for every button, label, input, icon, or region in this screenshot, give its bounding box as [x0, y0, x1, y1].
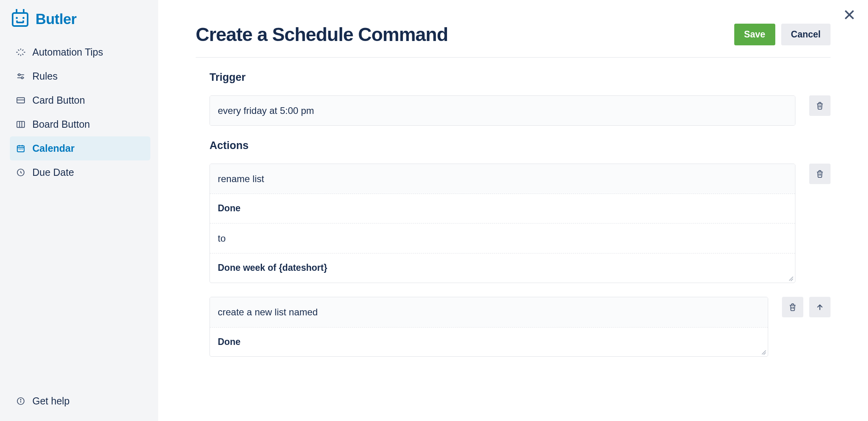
trash-icon: [816, 101, 824, 110]
sidebar-item-board-button[interactable]: Board Button: [10, 112, 150, 136]
delete-trigger-button[interactable]: [809, 95, 831, 116]
action-param: Done week of {dateshort}: [210, 253, 795, 283]
trash-icon: [816, 170, 824, 178]
close-icon: ✕: [843, 6, 856, 24]
trigger-row: every friday at 5:00 pm: [196, 95, 831, 126]
trigger-text: every friday at 5:00 pm: [210, 96, 795, 125]
sidebar-nav: Automation Tips Rules Card Button Board …: [10, 40, 150, 389]
sliders-icon: [16, 72, 25, 81]
action-text: rename list: [210, 164, 795, 194]
sparkle-icon: [16, 48, 25, 57]
action-param: Done: [210, 327, 768, 357]
trigger-card[interactable]: every friday at 5:00 pm: [210, 95, 795, 126]
move-action-up-button[interactable]: [809, 297, 831, 317]
close-button[interactable]: ✕: [843, 7, 856, 23]
resize-handle-icon[interactable]: [760, 349, 766, 354]
page-header: Create a Schedule Command Save Cancel: [196, 24, 831, 58]
board-icon: [16, 120, 25, 129]
action-row: create a new list named Done: [196, 297, 831, 357]
brand: Butler: [10, 11, 150, 28]
action-word: to: [210, 223, 795, 253]
delete-action-button[interactable]: [809, 164, 831, 184]
info-icon: [16, 397, 25, 406]
card-icon: [16, 96, 25, 105]
arrow-up-icon: [816, 303, 824, 311]
action-side-buttons: [809, 164, 831, 184]
action-card[interactable]: rename list Done to Done week of {datesh…: [210, 164, 795, 283]
save-button[interactable]: Save: [734, 24, 775, 45]
svg-point-19: [20, 399, 21, 400]
sidebar-item-due-date[interactable]: Due Date: [10, 160, 150, 184]
action-row: rename list Done to Done week of {datesh…: [196, 164, 831, 283]
trigger-side-buttons: [809, 95, 831, 116]
sidebar-item-rules[interactable]: Rules: [10, 64, 150, 88]
action-side-buttons: [782, 297, 831, 317]
sidebar-item-calendar[interactable]: Calendar: [10, 136, 150, 160]
svg-rect-6: [17, 121, 24, 127]
get-help-link[interactable]: Get help: [10, 389, 150, 413]
sidebar: Butler Automation Tips Rules Card Button…: [0, 0, 158, 421]
header-actions: Save Cancel: [734, 24, 831, 45]
sidebar-item-label: Automation Tips: [32, 47, 103, 58]
sidebar-item-label: Board Button: [32, 119, 90, 130]
sidebar-item-card-button[interactable]: Card Button: [10, 88, 150, 112]
page-title: Create a Schedule Command: [196, 24, 448, 45]
calendar-icon: [16, 144, 25, 153]
sidebar-item-label: Due Date: [32, 167, 74, 178]
svg-point-3: [21, 77, 23, 79]
clock-icon: [16, 168, 25, 177]
resize-handle-icon[interactable]: [788, 275, 793, 281]
brand-name: Butler: [36, 11, 77, 28]
sidebar-item-label: Card Button: [32, 95, 85, 106]
get-help-label: Get help: [32, 395, 70, 407]
delete-action-button[interactable]: [782, 297, 803, 317]
sidebar-item-label: Rules: [32, 71, 58, 82]
main-content: ✕ Create a Schedule Command Save Cancel …: [158, 0, 868, 421]
svg-point-2: [18, 74, 20, 76]
trash-icon: [788, 303, 797, 311]
trigger-section-title: Trigger: [196, 71, 831, 84]
action-text: create a new list named: [210, 297, 768, 327]
cancel-button[interactable]: Cancel: [781, 24, 831, 45]
action-card[interactable]: create a new list named Done: [210, 297, 768, 357]
sidebar-item-label: Calendar: [32, 143, 75, 154]
sidebar-item-automation-tips[interactable]: Automation Tips: [10, 40, 150, 64]
actions-section-title: Actions: [196, 140, 831, 152]
butler-robot-icon: [12, 12, 28, 27]
action-param: Done: [210, 194, 795, 223]
